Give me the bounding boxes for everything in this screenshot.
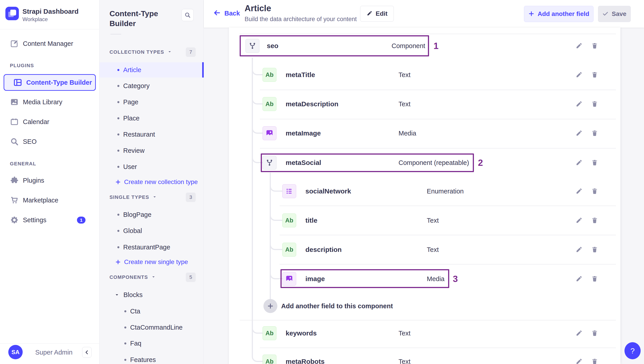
back-link[interactable]: Back — [213, 9, 240, 18]
create-new-single-type[interactable]: Create new single type — [100, 255, 204, 269]
tree-connector-curve — [270, 181, 282, 192]
edit-field-button[interactable] — [574, 129, 584, 138]
enumeration-field-icon — [282, 184, 296, 198]
back-label: Back — [224, 10, 240, 17]
panel-item-label: Restaurant — [123, 131, 155, 138]
sidebar-item-content-type-builder[interactable]: Content-Type Builder — [4, 74, 96, 91]
field-type: Media — [398, 130, 416, 137]
panel-item-place[interactable]: Place — [100, 111, 204, 126]
plus-icon — [115, 179, 121, 185]
user-name: Super Admin — [35, 349, 72, 356]
delete-field-button[interactable] — [590, 245, 599, 254]
tree-connector-curve — [252, 65, 262, 75]
caret-down-icon — [114, 292, 120, 297]
sidebar-item-content-manager[interactable]: Content Manager — [0, 36, 100, 52]
panel-item-global[interactable]: Global — [100, 223, 204, 238]
bullet-icon — [117, 85, 120, 87]
component-group-blocks[interactable]: Blocks — [100, 287, 204, 302]
field-name: keywords — [286, 329, 316, 337]
panel-item-label: Features — [130, 356, 156, 363]
sidebar-item-marketplace[interactable]: Marketplace — [0, 192, 100, 208]
panel-item-restaurantpage[interactable]: RestaurantPage — [100, 240, 204, 255]
edit-field-button[interactable] — [574, 187, 584, 196]
search-button[interactable] — [182, 9, 194, 21]
annotation-number: 1 — [434, 41, 438, 51]
row-divider — [240, 34, 616, 34]
delete-field-button[interactable] — [590, 274, 599, 283]
help-button[interactable]: ? — [624, 342, 641, 359]
annotation-box — [261, 153, 474, 172]
row-divider — [260, 347, 616, 348]
edit-field-button[interactable] — [574, 100, 584, 109]
components-header[interactable]: COMPONENTS — [110, 272, 156, 282]
delete-field-button[interactable] — [590, 129, 599, 138]
plugins-icon — [10, 176, 19, 185]
panel-title: Content-Type Builder — [110, 9, 172, 28]
delete-field-button[interactable] — [590, 41, 599, 50]
single-types-header[interactable]: SINGLE TYPES — [110, 192, 157, 202]
panel-item-label: RestaurantPage — [123, 244, 170, 251]
create-new-collection-type[interactable]: Create new collection type — [100, 175, 204, 189]
back-arrow-icon — [213, 9, 221, 18]
sidebar-item-plugins[interactable]: Plugins — [0, 172, 100, 189]
edit-button[interactable]: Edit — [360, 6, 394, 22]
avatar[interactable]: SA — [8, 345, 23, 359]
edit-field-button[interactable] — [574, 158, 584, 167]
save-button[interactable]: Save — [598, 6, 631, 22]
panel-item-ctacommandline[interactable]: CtaCommandLine — [100, 320, 204, 335]
delete-field-button[interactable] — [590, 357, 599, 364]
sidebar-item-media-library[interactable]: Media Library — [0, 94, 100, 110]
edit-field-button[interactable] — [574, 329, 584, 338]
panel-item-cta[interactable]: Cta — [100, 304, 204, 319]
panel-item-page[interactable]: Page — [100, 94, 204, 110]
panel-item-blogpage[interactable]: BlogPage — [100, 207, 204, 222]
panel-item-category[interactable]: Category — [100, 78, 204, 93]
content-type-builder-panel: Content-Type Builder COLLECTION TYPES7Ar… — [100, 0, 204, 364]
sidebar-item-label: Content Manager — [23, 40, 73, 47]
panel-item-label: Page — [123, 98, 138, 106]
delete-field-button[interactable] — [590, 329, 599, 338]
edit-field-button[interactable] — [574, 357, 584, 364]
sidebar-item-calendar[interactable]: Calendar — [0, 114, 100, 130]
add-another-field-button[interactable]: Add another field — [524, 6, 594, 22]
tree-connector-curve — [270, 240, 282, 250]
collection-types-header[interactable]: COLLECTION TYPES — [110, 47, 172, 57]
panel-item-review[interactable]: Review — [100, 143, 204, 158]
panel-item-faq[interactable]: Faq — [100, 336, 204, 351]
sidebar-divider — [0, 29, 100, 30]
edit-field-button[interactable] — [574, 70, 584, 79]
panel-item-label: Review — [123, 147, 144, 154]
edit-field-button[interactable] — [574, 274, 584, 283]
active-indicator-bar — [202, 62, 204, 78]
edit-field-button[interactable] — [574, 41, 584, 50]
delete-field-button[interactable] — [590, 70, 599, 79]
panel-item-features[interactable]: Features — [100, 352, 204, 364]
sidebar-item-seo[interactable]: SEO — [0, 133, 100, 150]
panel-item-restaurant[interactable]: Restaurant — [100, 127, 204, 142]
field-name: metaRobots — [286, 358, 324, 364]
delete-field-button[interactable] — [590, 100, 599, 109]
panel-item-label: Global — [123, 227, 142, 235]
delete-field-button[interactable] — [590, 216, 599, 225]
bullet-icon — [117, 214, 120, 216]
panel-item-label: CtaCommandLine — [130, 324, 183, 331]
annotation-number: 3 — [453, 274, 458, 284]
content-type-builder-icon — [13, 78, 22, 87]
sidebar-item-settings[interactable]: Settings1 — [0, 212, 100, 228]
add-field-to-component-label[interactable]: Add another field to this component — [281, 302, 393, 310]
panel-item-article[interactable]: Article — [100, 62, 204, 78]
bullet-icon — [117, 166, 120, 168]
bullet-icon — [117, 150, 120, 152]
panel-item-user[interactable]: User — [100, 159, 204, 174]
delete-field-button[interactable] — [590, 158, 599, 167]
tree-connector-curve — [270, 211, 282, 221]
field-name: title — [306, 217, 317, 224]
collection-types-header-count-badge: 7 — [186, 47, 196, 57]
panel-item-label: Cta — [130, 308, 140, 315]
delete-field-button[interactable] — [590, 187, 599, 196]
edit-field-button[interactable] — [574, 245, 584, 254]
sidebar-collapse-button[interactable] — [82, 347, 92, 358]
add-field-to-component-button[interactable] — [264, 299, 277, 313]
row-divider — [260, 90, 616, 90]
edit-field-button[interactable] — [574, 216, 584, 225]
